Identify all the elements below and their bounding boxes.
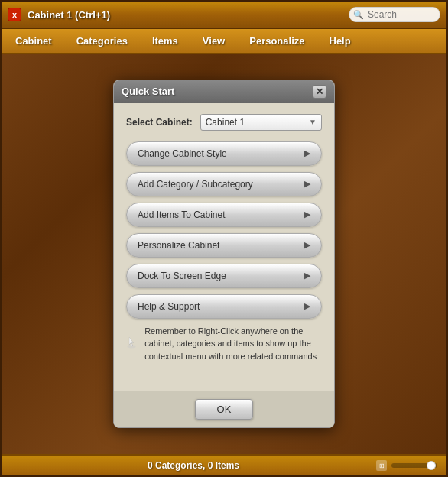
add-category-label: Add Category / Subcategory bbox=[138, 179, 253, 190]
select-cabinet-label: Select Cabinet: bbox=[126, 117, 193, 128]
dialog-title: Quick Start bbox=[122, 86, 174, 97]
main-content: Quick Start ✕ Select Cabinet: Cabinet 1 … bbox=[2, 54, 446, 454]
zoom-slider[interactable] bbox=[391, 463, 437, 468]
arrow-icon-0: ▶ bbox=[304, 148, 310, 158]
arrow-icon-3: ▶ bbox=[304, 240, 310, 250]
dialog-title-bar: Quick Start ✕ bbox=[114, 80, 334, 103]
arrow-icon-2: ▶ bbox=[304, 209, 310, 219]
app-window: x Cabinet 1 (Ctrl+1) 🔍 Cabinet Categorie… bbox=[0, 0, 448, 477]
menu-item-personalize[interactable]: Personalize bbox=[245, 32, 309, 50]
menu-item-cabinet[interactable]: Cabinet bbox=[11, 32, 57, 50]
title-bar: x Cabinet 1 (Ctrl+1) 🔍 bbox=[2, 2, 446, 29]
dialog-body: Select Cabinet: Cabinet 1 ▼ Change Cabin… bbox=[114, 103, 334, 391]
help-support-button[interactable]: Help & Support ▶ bbox=[126, 294, 322, 319]
menu-bar: Cabinet Categories Items View Personaliz… bbox=[2, 29, 446, 54]
dialog-overlay: Quick Start ✕ Select Cabinet: Cabinet 1 … bbox=[2, 54, 446, 454]
info-section: Remember to Right-Click anywhere on the … bbox=[126, 325, 322, 363]
grid-icon: ⊞ bbox=[376, 460, 387, 471]
menu-item-help[interactable]: Help bbox=[325, 32, 355, 50]
menu-item-items[interactable]: Items bbox=[148, 32, 183, 50]
dock-screen-edge-label: Dock To Screen Edge bbox=[138, 271, 226, 281]
menu-item-categories[interactable]: Categories bbox=[72, 32, 132, 50]
change-cabinet-style-label: Change Cabinet Style bbox=[138, 148, 227, 159]
dialog-footer: OK bbox=[114, 391, 334, 427]
dialog-divider bbox=[126, 372, 322, 372]
personalize-cabinet-label: Personalize Cabinet bbox=[138, 240, 219, 251]
slider-thumb bbox=[427, 461, 436, 470]
search-wrapper: 🔍 bbox=[349, 7, 440, 22]
search-icon: 🔍 bbox=[353, 10, 364, 20]
cabinet-dropdown[interactable]: Cabinet 1 ▼ bbox=[200, 114, 322, 131]
arrow-icon-4: ▶ bbox=[304, 271, 310, 281]
quick-start-dialog: Quick Start ✕ Select Cabinet: Cabinet 1 … bbox=[113, 80, 335, 429]
status-icons: ⊞ bbox=[376, 460, 437, 471]
select-cabinet-row: Select Cabinet: Cabinet 1 ▼ bbox=[126, 114, 322, 131]
svg-point-0 bbox=[127, 345, 135, 348]
status-bar: 0 Categories, 0 Items ⊞ bbox=[2, 454, 446, 475]
status-text: 0 Categories, 0 Items bbox=[11, 460, 376, 471]
personalize-cabinet-button[interactable]: Personalize Cabinet ▶ bbox=[126, 233, 322, 258]
dropdown-arrow-icon: ▼ bbox=[309, 118, 317, 126]
arrow-icon-1: ▶ bbox=[304, 179, 310, 189]
window-title: Cabinet 1 (Ctrl+1) bbox=[28, 9, 349, 21]
info-text: Remember to Right-Click anywhere on the … bbox=[144, 325, 322, 363]
add-items-button[interactable]: Add Items To Cabinet ▶ bbox=[126, 203, 322, 227]
add-items-label: Add Items To Cabinet bbox=[138, 209, 226, 220]
arrow-icon-5: ▶ bbox=[304, 301, 310, 311]
change-cabinet-style-button[interactable]: Change Cabinet Style ▶ bbox=[126, 141, 322, 166]
cursor-icon bbox=[126, 325, 137, 360]
ok-button[interactable]: OK bbox=[195, 399, 254, 420]
dialog-close-button[interactable]: ✕ bbox=[313, 85, 326, 99]
close-button[interactable]: x bbox=[8, 8, 21, 21]
cabinet-dropdown-value: Cabinet 1 bbox=[206, 117, 245, 128]
add-category-button[interactable]: Add Category / Subcategory ▶ bbox=[126, 172, 322, 196]
dock-screen-edge-button[interactable]: Dock To Screen Edge ▶ bbox=[126, 264, 322, 288]
menu-item-view[interactable]: View bbox=[198, 32, 229, 50]
help-support-label: Help & Support bbox=[138, 301, 200, 312]
